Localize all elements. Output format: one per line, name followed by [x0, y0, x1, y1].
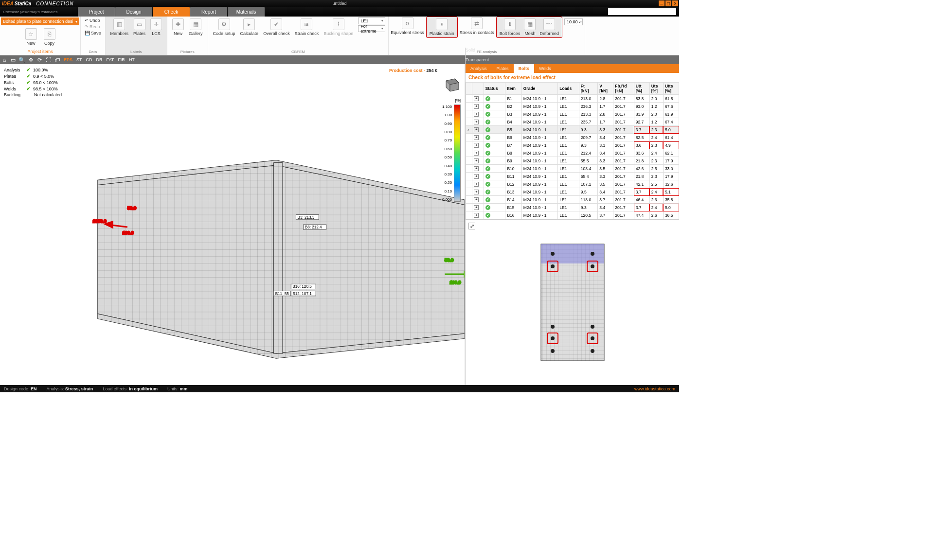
subtab-fat[interactable]: FAT	[106, 57, 115, 62]
expand-row-icon[interactable]: +	[474, 197, 479, 202]
results-tab-plates[interactable]: Plates	[492, 64, 514, 73]
table-row[interactable]: +✔B9M24 10.9 - 1LE155.53.3201.721.82.317…	[466, 157, 679, 165]
viewmode-solid[interactable]: Solid	[466, 48, 675, 52]
overall-check-button[interactable]: ✔Overall check	[261, 18, 292, 37]
load-combo[interactable]: LE1	[358, 18, 385, 24]
expand-preview-icon[interactable]: ⤢	[468, 223, 475, 229]
expand-row-icon[interactable]: +	[474, 205, 479, 210]
home-icon[interactable]: ⌂	[0, 57, 9, 63]
extreme-combo[interactable]: For extreme	[358, 25, 385, 32]
status-ok-icon: ✔	[485, 182, 490, 187]
expand-row-icon[interactable]: +	[474, 174, 479, 179]
subtab-fir[interactable]: FIR	[117, 57, 126, 62]
table-row[interactable]: +✔B13M24 10.9 - 1LE19.53.4201.73.72.45.1	[466, 188, 679, 196]
plates-button[interactable]: ▭Plates	[131, 18, 147, 37]
results-tab-bolts[interactable]: Bolts	[514, 64, 535, 73]
lcs-icon: ✛	[150, 18, 162, 30]
status-ok-icon: ✔	[485, 197, 490, 202]
expand-row-icon[interactable]: +	[474, 190, 479, 194]
overall-icon: ✔	[270, 18, 282, 30]
deformed-button[interactable]: 〰Deformed	[538, 18, 561, 37]
subtab-eps[interactable]: EPS	[63, 57, 73, 62]
tag-icon[interactable]: 🏷	[53, 57, 61, 63]
undo-button[interactable]: ↶ Undo	[84, 18, 102, 23]
expand-row-icon[interactable]: +	[474, 96, 479, 101]
table-row[interactable]: +✔B6M24 10.9 - 1LE1209.73.4201.782.52.46…	[466, 134, 679, 141]
expand-row-icon[interactable]: +	[474, 120, 479, 124]
code-setup-button[interactable]: ⚙Code setup	[211, 18, 237, 37]
expand-row-icon[interactable]: +	[474, 127, 479, 132]
close-button[interactable]: ×	[672, 0, 678, 6]
subtab-st[interactable]: ST	[76, 57, 83, 62]
members-button[interactable]: ▥Members	[108, 18, 131, 37]
expand-row-icon[interactable]: +	[474, 151, 479, 156]
orientation-cube-icon[interactable]	[441, 76, 461, 93]
table-row[interactable]: +✔B1M24 10.9 - 1LE1213.02.8201.783.82.06…	[466, 95, 679, 103]
fullscreen-icon[interactable]: ⛶	[44, 57, 53, 63]
minimize-button[interactable]: –	[659, 0, 665, 6]
expand-row-icon[interactable]: +	[474, 112, 479, 117]
tab-materials[interactable]: Materials	[228, 7, 265, 17]
pan-icon[interactable]: ✥	[26, 57, 35, 63]
expand-row-icon[interactable]: +	[474, 182, 479, 187]
expand-row-icon[interactable]: +	[474, 143, 479, 148]
svg-text:100.0: 100.0	[449, 280, 461, 285]
pic-new-button[interactable]: ✚New	[170, 18, 186, 37]
mesh-button[interactable]: ▦Mesh	[522, 18, 538, 37]
table-row[interactable]: +✔B3M24 10.9 - 1LE1213.32.8201.783.92.06…	[466, 110, 679, 118]
table-row[interactable]: +✔B11M24 10.9 - 1LE155.43.3201.721.82.31…	[466, 173, 679, 180]
zoom-icon[interactable]: 🔍	[18, 57, 26, 63]
results-tab-analysis[interactable]: Analysis	[466, 64, 492, 73]
tab-design[interactable]: Design	[115, 7, 152, 17]
project-item-combo[interactable]: Bolted plate to plate connection desi	[1, 18, 79, 25]
plate-preview[interactable]: ⤢	[466, 219, 679, 385]
tab-report[interactable]: Report	[190, 7, 227, 17]
scale-spinner[interactable]: 10.00	[564, 18, 583, 25]
table-row[interactable]: +✔B10M24 10.9 - 1LE1108.43.5201.742.62.5…	[466, 165, 679, 173]
expand-row-icon[interactable]: +	[474, 104, 479, 109]
viewmode-transparent[interactable]: Transparent	[466, 57, 675, 62]
3d-viewport[interactable]: Production cost - 254 € 1000.0 100.0 50.…	[78, 64, 465, 385]
table-row[interactable]: ›+✔B5M24 10.9 - 1LE19.33.3201.73.72.35.0	[466, 126, 679, 134]
search-input[interactable]	[608, 8, 676, 15]
subtab-ht[interactable]: HT	[128, 57, 135, 62]
table-row[interactable]: +✔B14M24 10.9 - 1LE1118.03.7201.746.42.6…	[466, 196, 679, 204]
table-row[interactable]: +✔B2M24 10.9 - 1LE1236.31.7201.793.01.26…	[466, 103, 679, 110]
search-box[interactable]	[608, 8, 676, 15]
tab-project[interactable]: Project	[78, 7, 115, 17]
table-row[interactable]: +✔B8M24 10.9 - 1LE1212.43.4201.783.62.46…	[466, 149, 679, 157]
gallery-button[interactable]: ▦Gallery	[187, 18, 205, 37]
copy-button[interactable]: ⎘Copy	[42, 27, 57, 47]
maximize-button[interactable]: □	[665, 0, 671, 6]
eq-stress-button[interactable]: σEquivalent stress	[389, 17, 426, 38]
deformed-icon: 〰	[543, 18, 555, 30]
calculate-button[interactable]: ▸Calculate	[238, 18, 261, 37]
stress-contacts-button[interactable]: ⇄Stress in contacts	[458, 17, 496, 38]
expand-row-icon[interactable]: +	[474, 158, 479, 163]
table-row[interactable]: +✔B7M24 10.9 - 1LE19.33.3201.73.62.34.9	[466, 141, 679, 149]
table-row[interactable]: +✔B15M24 10.9 - 1LE19.33.4201.73.72.45.0	[466, 204, 679, 211]
website-link[interactable]: www.ideastatica.com	[634, 386, 675, 391]
tab-check[interactable]: Check	[153, 7, 190, 17]
bolt-forces-button[interactable]: ⬍Bolt forces	[498, 18, 522, 37]
table-row[interactable]: +✔B16M24 10.9 - 1LE1120.53.7201.747.42.6…	[466, 211, 679, 219]
results-tab-welds[interactable]: Welds	[534, 64, 556, 73]
subtab-dr[interactable]: DR	[96, 57, 103, 62]
save-button[interactable]: 💾 Save	[84, 30, 102, 36]
plastic-strain-button[interactable]: εPlastic strain	[428, 18, 456, 37]
status-ok-icon: ✔	[485, 166, 490, 171]
strain-check-button[interactable]: ≋Strain check	[293, 18, 321, 37]
subtab-cd[interactable]: CD	[86, 57, 93, 62]
svg-point-37	[551, 264, 555, 268]
view-toolbar: ⌂ ▭ 🔍 ✥ ⟳ ⛶ 🏷 EPSSTCDDRFATFIRHT SolidTra…	[0, 55, 679, 64]
new-button[interactable]: ☆New	[23, 27, 39, 47]
expand-row-icon[interactable]: +	[474, 135, 479, 140]
expand-row-icon[interactable]: +	[474, 166, 479, 171]
lcs-button[interactable]: ✛LCS	[148, 18, 164, 37]
expand-row-icon[interactable]: +	[474, 213, 479, 218]
rotate-icon[interactable]: ⟳	[35, 57, 44, 63]
table-row[interactable]: +✔B12M24 10.9 - 1LE1107.13.5201.742.12.5…	[466, 180, 679, 188]
zoom-window-icon[interactable]: ▭	[9, 57, 18, 63]
brand-logo-suffix: StatiCa	[15, 1, 31, 6]
table-row[interactable]: +✔B4M24 10.9 - 1LE1235.71.7201.792.71.26…	[466, 118, 679, 126]
